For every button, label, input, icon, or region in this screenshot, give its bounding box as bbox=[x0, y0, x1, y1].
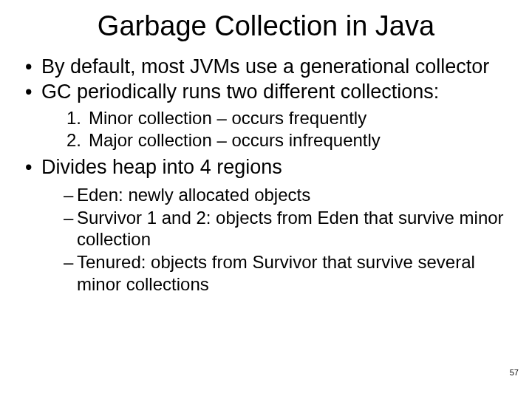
numbered-item: Minor collection – occurs frequently bbox=[66, 107, 511, 129]
page-number: 57 bbox=[510, 368, 519, 377]
bullet-item: Divides heap into 4 regions Eden: newly … bbox=[25, 156, 511, 295]
numbered-item: Major collection – occurs infrequently bbox=[66, 129, 511, 151]
bullet-item: By default, most JVMs use a generational… bbox=[25, 55, 511, 79]
slide-title: Garbage Collection in Java bbox=[21, 10, 511, 42]
dash-item: Tenured: objects from Survivor that surv… bbox=[64, 251, 511, 295]
numbered-list: Minor collection – occurs frequently Maj… bbox=[41, 107, 511, 151]
dash-item: Survivor 1 and 2: objects from Eden that… bbox=[64, 207, 511, 250]
dash-list: Eden: newly allocated objects Survivor 1… bbox=[41, 184, 511, 295]
bullet-text: Divides heap into 4 regions bbox=[41, 156, 282, 178]
bullet-text: GC periodically runs two different colle… bbox=[41, 81, 439, 103]
slide: Garbage Collection in Java By default, m… bbox=[0, 0, 532, 399]
bullet-item: GC periodically runs two different colle… bbox=[25, 81, 511, 151]
bullet-list: By default, most JVMs use a generational… bbox=[21, 55, 511, 295]
dash-item: Eden: newly allocated objects bbox=[64, 184, 511, 205]
